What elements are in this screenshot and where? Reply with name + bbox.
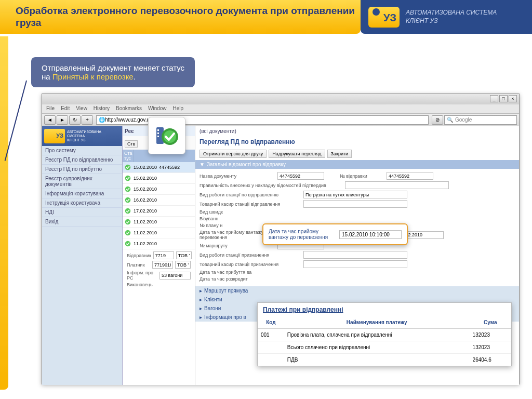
accepted-status-icon [148, 117, 185, 154]
menu-view[interactable]: View [76, 105, 87, 112]
payment-sum: 132023 [470, 341, 511, 354]
print-preview-button[interactable]: Надрукувати перегляд [269, 150, 325, 158]
menu-bookmarks[interactable]: Bookmarks [116, 105, 142, 112]
search-bar[interactable]: 🔍 Google [444, 115, 517, 125]
sidebar-logo: АВТОМАТИЗОВАНА СИСТЕМАКЛІЄНТ УЗ [42, 126, 122, 146]
sender-code[interactable] [153, 251, 174, 259]
dest-cashier-label: Товарний касир станції призначення [200, 262, 303, 267]
document-row[interactable]: 15.02.2010 [123, 173, 195, 184]
doc-num: 44745592 [159, 165, 180, 170]
sender-name[interactable] [176, 251, 192, 259]
doc-date: 16.02.2010 [134, 197, 157, 203]
brand-logo [368, 7, 400, 28]
menu-file[interactable]: File [46, 105, 55, 112]
info-label: Інформ. про РС [127, 270, 157, 281]
close-button[interactable]: Закрити [327, 150, 352, 158]
info-value[interactable] [159, 272, 191, 280]
minimize-button[interactable]: _ [490, 95, 498, 102]
status-accepted-icon [124, 218, 131, 225]
forward-button[interactable]: ► [57, 115, 68, 125]
sidebar-item-arrive-registry[interactable]: Реєстр ПД по прибуттю [42, 165, 122, 174]
url-bar[interactable]: 🌐 http://www.uz.gov.u [96, 115, 429, 125]
payment-code [258, 341, 284, 354]
cashier-input[interactable] [303, 200, 407, 208]
page-title: Обработка электронного перевозочного док… [16, 5, 361, 29]
browser-menu: File Edit View History Bookmarks Window … [42, 104, 519, 114]
sidebar-item-accomp-docs[interactable]: Реєстр супровідних документів [42, 174, 122, 189]
reload-button[interactable]: ↻ [69, 115, 81, 125]
sidebar-item-exit[interactable]: Вихід [42, 217, 122, 227]
doc-name-input[interactable] [277, 172, 324, 180]
doc-date: 15.02.2010 [134, 187, 157, 192]
status-accepted-icon [124, 196, 131, 204]
payer-name[interactable] [175, 261, 191, 269]
print-version-button[interactable]: Отримати версію для друку [200, 150, 267, 158]
document-row[interactable]: 15.02.2010 [123, 184, 195, 195]
station-work-input[interactable] [303, 191, 407, 198]
visa-label: Візуванн [200, 216, 277, 221]
status-accepted-icon [124, 240, 131, 247]
browser-nav: ◄ ► ↻ + 🌐 http://www.uz.gov.u ⊘ 🔍 Google [42, 114, 519, 126]
accept-date-tooltip: Дата та час прийому вантажу до перевезен… [262, 223, 408, 245]
maximize-button[interactable]: □ [499, 95, 508, 102]
document-row[interactable]: 11.02.2010 [123, 228, 195, 238]
correctness-input[interactable] [345, 181, 449, 189]
svg-point-7 [125, 241, 131, 247]
dest-work-input[interactable] [303, 251, 407, 259]
svg-point-6 [125, 230, 131, 236]
exec-label: Виконавець [127, 282, 158, 287]
create-button[interactable]: Ств [125, 140, 138, 148]
svg-rect-11 [157, 136, 159, 137]
payer-code[interactable] [152, 261, 173, 269]
status-callout: Отправленный документ меняет статус на П… [31, 57, 195, 87]
document-list: Реє Ств Ста тус 15.02.2010 44745592 15.0… [123, 126, 195, 385]
section-route[interactable]: ▸Маршрут прямува [195, 286, 519, 295]
payment-name: Всього сплачено при відправленні [284, 341, 470, 354]
svg-point-1 [125, 176, 131, 181]
sender-label: Відправник [127, 253, 151, 258]
window-titlebar: _ □ × [42, 94, 519, 104]
doc-date: 17.02.2010 [134, 208, 157, 214]
payment-row: 001 Провізна плата, сплачена при відправ… [258, 329, 511, 341]
payments-col-name: Найменування платежу [284, 316, 470, 329]
doc-date: 11.02.2010 [134, 241, 157, 246]
menu-edit[interactable]: Edit [61, 105, 70, 112]
menu-history[interactable]: History [94, 105, 110, 112]
section-general[interactable]: ▼Загальні відомості про відправку [195, 160, 519, 169]
sidebar-item-manual[interactable]: Інструкція користувача [42, 198, 122, 208]
document-row[interactable]: 17.02.2010 [123, 206, 195, 217]
payment-code [258, 354, 284, 366]
payment-name: ПДВ [284, 354, 470, 366]
document-row[interactable]: 11.02.2010 [123, 217, 195, 228]
accent-stripe [0, 36, 8, 390]
document-row[interactable]: 16.02.2010 [123, 195, 195, 206]
document-row[interactable]: 15.02.2010 44745592 [123, 162, 195, 173]
payer-label: Платник [127, 262, 150, 268]
svg-rect-9 [157, 129, 159, 131]
close-button[interactable]: × [509, 95, 517, 102]
back-button[interactable]: ◄ [44, 115, 56, 125]
menu-window[interactable]: Window [148, 105, 167, 112]
svg-point-2 [125, 187, 131, 192]
sidebar-item-about[interactable]: Про систему [42, 146, 122, 155]
tooltip-value[interactable] [339, 230, 402, 239]
menu-help[interactable]: Help [173, 105, 184, 112]
detail-title: Перегляд ПД по відправленню [195, 136, 519, 148]
sidebar-item-send-registry[interactable]: Реєстр ПД по відправленню [42, 155, 122, 165]
home-button[interactable]: + [82, 115, 93, 125]
ship-no-input[interactable] [387, 172, 433, 180]
payment-row: Всього сплачено при відправленні 132023 [258, 341, 511, 354]
sidebar-item-user-info[interactable]: Інформація користувача [42, 189, 122, 198]
document-row[interactable]: 11.02.2010 [123, 238, 195, 249]
payments-col-sum: Сума [470, 316, 511, 329]
dest-cashier-input[interactable] [303, 260, 407, 268]
payment-sum: 26404.6 [470, 354, 511, 366]
brand-line1: АВТОМАТИЗОВАНА СИСТЕМА [406, 9, 497, 17]
breadcrumb: (всі документи) [195, 126, 519, 136]
status-accepted-icon [124, 164, 131, 171]
stop-button[interactable]: ⊘ [432, 115, 443, 125]
sidebar-item-ndi[interactable]: НДІ [42, 208, 122, 217]
doc-date: 15.02.2010 [134, 165, 157, 170]
correctness-label: Правильність внесених у накладну відомос… [200, 183, 345, 188]
payments-panel: Платежі при відправленні Код Найменуванн… [257, 302, 512, 366]
